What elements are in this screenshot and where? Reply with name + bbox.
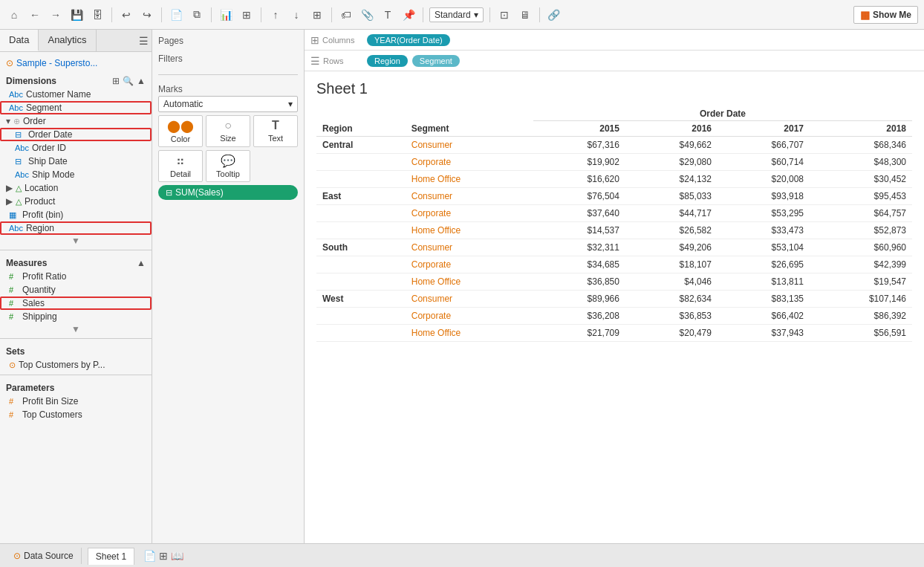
pin-icon[interactable]: 📌 <box>400 7 417 23</box>
sep1 <box>111 7 112 22</box>
sidebar-tabs: Data Analytics ☰ <box>0 30 152 52</box>
marks-detail-button[interactable]: ⠶ Detail <box>158 150 203 182</box>
chart-icon[interactable]: 📊 <box>218 7 234 23</box>
sidebar-menu-icon[interactable]: ☰ <box>139 35 149 47</box>
tab-analytics[interactable]: Analytics <box>39 30 96 51</box>
field-shipping[interactable]: # Shipping <box>0 310 152 323</box>
cell-value: $26,582 <box>625 222 718 239</box>
pages-section: Pages <box>158 36 298 48</box>
sep6 <box>423 7 423 22</box>
field-ship-mode[interactable]: Abc Ship Mode <box>0 168 152 181</box>
cell-value: $18,107 <box>625 256 718 273</box>
table-body: CentralConsumer$67,316$49,662$66,707$68,… <box>316 137 912 342</box>
save-icon[interactable]: 💾 <box>68 7 85 23</box>
field-profit-bin-size[interactable]: # Profit Bin Size <box>0 395 152 408</box>
rows-pill-segment[interactable]: Segment <box>412 55 460 67</box>
marks-color-button[interactable]: ⬤⬤ Color <box>158 115 203 147</box>
forward-icon[interactable]: → <box>48 7 64 23</box>
marks-pill-label: SUM(Sales) <box>175 187 224 198</box>
new-sheet-icon[interactable]: 📄 <box>168 7 184 23</box>
table-icon[interactable]: ⊞ <box>238 7 255 23</box>
tab-sheet1[interactable]: Sheet 1 <box>88 548 134 565</box>
text-icon[interactable]: T <box>380 7 396 23</box>
show-me-button[interactable]: ▦ Show Me <box>853 6 918 24</box>
field-sales[interactable]: # Sales <box>0 297 152 310</box>
hash-icon: # <box>9 285 19 294</box>
marks-size-button[interactable]: ○ Size <box>206 115 250 147</box>
cell-value: $64,757 <box>810 205 912 222</box>
tooltip-label: Tooltip <box>216 169 240 178</box>
marks-type-label: Automatic <box>163 99 203 109</box>
field-group-location[interactable]: ▶ △ Location <box>0 181 152 195</box>
label-icon[interactable]: 🏷 <box>338 7 354 23</box>
marks-type-dropdown[interactable]: Automatic ▾ <box>158 96 298 112</box>
device-icon[interactable]: 🖥 <box>517 7 533 23</box>
measures-actions: ▲ <box>137 258 146 268</box>
field-profit-ratio[interactable]: # Profit Ratio <box>0 270 152 283</box>
add-datasource-icon[interactable]: 🗄 <box>89 7 105 23</box>
rows-pill-region[interactable]: Region <box>367 55 408 67</box>
add-dashboard-icon[interactable]: ⊞ <box>159 550 168 562</box>
dimensions-actions: ⊞ 🔍 ▲ <box>112 76 146 86</box>
redo-icon[interactable]: ↪ <box>139 7 155 23</box>
grid-view-icon[interactable]: ⊞ <box>112 76 120 86</box>
sort-desc-icon[interactable]: ↓ <box>288 7 305 23</box>
tab-datasource[interactable]: ⊙ Data Source <box>6 548 82 564</box>
tooltip-icon: 💬 <box>221 154 235 168</box>
color-label: Color <box>171 135 190 143</box>
datasource-item[interactable]: ⊙ Sample - Supersto... <box>0 55 152 71</box>
field-order-date[interactable]: ⊟ Order Date <box>0 128 152 141</box>
cell-region <box>316 154 406 171</box>
cell-region <box>316 308 406 325</box>
field-profit-bin[interactable]: ▦ Profit (bin) <box>0 208 152 221</box>
measure-icon: ⊟ <box>166 188 172 198</box>
cell-value: $24,132 <box>625 171 718 188</box>
cell-value: $34,685 <box>533 256 625 273</box>
field-segment[interactable]: Abc Segment <box>0 101 152 114</box>
columns-pill-year-order-date[interactable]: YEAR(Order Date) <box>367 34 450 46</box>
sort-asc-icon[interactable]: ↑ <box>267 7 284 23</box>
scroll-up-measures-icon[interactable]: ▲ <box>137 258 146 268</box>
duplicate-icon[interactable]: ⧉ <box>189 7 205 23</box>
parameters-list: # Profit Bin Size # Top Customers <box>0 395 152 421</box>
field-top-customers-set[interactable]: ⊙ Top Customers by P... <box>0 358 152 372</box>
scroll-down-measures[interactable]: ▼ <box>0 323 152 335</box>
abc-icon: Abc <box>9 90 23 99</box>
table-row: Corporate$19,902$29,080$60,714$48,300 <box>316 154 912 171</box>
share-icon[interactable]: 🔗 <box>546 7 562 23</box>
cell-value: $32,311 <box>533 239 625 256</box>
field-ship-date[interactable]: ⊟ Ship Date <box>0 155 152 168</box>
scroll-down-dimensions[interactable]: ▼ <box>0 235 152 247</box>
scroll-up-icon[interactable]: ▲ <box>137 76 146 86</box>
cell-segment: Consumer <box>406 137 533 154</box>
annotation-icon[interactable]: 📎 <box>359 7 375 23</box>
marks-tooltip-button[interactable]: 💬 Tooltip <box>206 150 250 182</box>
field-order-id[interactable]: Abc Order ID <box>0 141 152 155</box>
home-icon[interactable]: ⌂ <box>6 7 22 23</box>
marks-text-button[interactable]: T Text <box>253 115 298 147</box>
detail-label: Detail <box>170 169 191 178</box>
cell-segment: Home Office <box>406 171 533 188</box>
field-group-order[interactable]: ▾ ⊕ Order <box>0 114 152 128</box>
field-customer-name[interactable]: Abc Customer Name <box>0 88 152 101</box>
field-region[interactable]: Abc Region <box>0 221 152 235</box>
standard-dropdown[interactable]: Standard ▾ <box>429 7 484 22</box>
tab-data[interactable]: Data <box>0 30 39 51</box>
cell-value: $20,008 <box>718 171 810 188</box>
th-2018: 2018 <box>810 121 912 137</box>
add-story-icon[interactable]: 📖 <box>171 550 183 562</box>
search-icon[interactable]: 🔍 <box>123 76 134 86</box>
field-top-customers-param[interactable]: # Top Customers <box>0 408 152 421</box>
marks-sum-sales-pill[interactable]: ⊟ SUM(Sales) <box>158 185 298 200</box>
cell-value: $36,850 <box>533 273 625 291</box>
add-sheet-icon[interactable]: 📄 <box>143 550 156 562</box>
fit-icon[interactable]: ⊡ <box>496 7 513 23</box>
undo-icon[interactable]: ↩ <box>118 7 134 23</box>
group-icon[interactable]: ⊞ <box>309 7 325 23</box>
field-group-product[interactable]: ▶ △ Product <box>0 195 152 208</box>
back-icon[interactable]: ← <box>27 7 43 23</box>
field-quantity[interactable]: # Quantity <box>0 283 152 297</box>
divider1 <box>0 250 152 250</box>
expand-icon: ▶ <box>6 183 13 193</box>
cell-value: $37,943 <box>718 325 810 342</box>
